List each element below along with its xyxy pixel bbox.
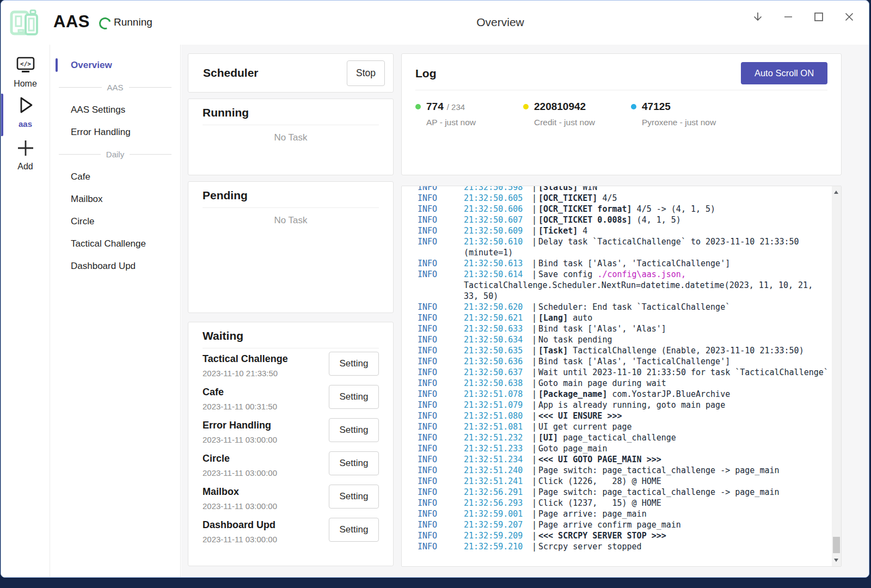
log-message: <<< UI ENSURE >>> — [538, 411, 832, 421]
log-message: Page switch: page_tactical_challenge -> … — [538, 487, 832, 498]
window-controls — [751, 10, 856, 23]
ap-stat: 774/ 234AP - just now — [415, 101, 523, 127]
log-message: Bind task ['Alas', 'TacticalChallenge'] — [538, 356, 832, 367]
sidebar-item-overview[interactable]: Overview — [50, 54, 180, 76]
log-message-segment: Scheduler: End task `TacticalChallenge` — [538, 302, 730, 312]
log-time: 21:32:59.209 — [464, 530, 532, 541]
play-icon — [15, 95, 36, 115]
sidebar-item-aas-settings[interactable]: AAS Settings — [50, 99, 180, 121]
log-separator: | — [532, 345, 538, 356]
stop-button[interactable]: Stop — [347, 60, 385, 86]
waiting-card: Waiting Tactical Challenge2023-11-10 21:… — [188, 322, 394, 566]
log-message-segment: (4, 1, 5) — [632, 215, 681, 225]
auto-scroll-button[interactable]: Auto Scroll ON — [741, 62, 827, 84]
log-message-segment: [Ticket] — [538, 226, 578, 236]
plus-icon — [15, 138, 36, 158]
scheduler-card: Scheduler Stop — [188, 53, 394, 93]
scrollbar-thumb[interactable] — [833, 537, 840, 553]
log-message: [UI] page_tactical_challenge — [538, 432, 832, 443]
setting-button[interactable]: Setting — [329, 518, 379, 542]
minimize-icon[interactable] — [782, 10, 795, 23]
log-time: 21:32:50.621 — [464, 313, 532, 323]
log-separator: | — [532, 204, 538, 215]
log-message-segment: [OCR_TICKET] — [538, 193, 597, 203]
log-time: 21:32:51.234 — [464, 454, 532, 465]
log-row: INFO21:32:56.291|Page switch: page_tacti… — [402, 487, 832, 498]
rail-item-add[interactable]: Add — [1, 138, 50, 171]
divider-line — [59, 154, 101, 155]
log-message: Page arrive confirm page_main — [538, 519, 832, 530]
log-level: INFO — [418, 378, 464, 389]
log-row: INFO21:32:51.078|[Package_name] com.Yost… — [402, 389, 832, 400]
log-row: INFO21:32:50.633|Bind task ['Alas', 'Ala… — [402, 323, 832, 334]
setting-button[interactable]: Setting — [329, 385, 379, 409]
log-time: 21:32:50.609 — [464, 225, 532, 236]
log-row: INFO21:32:56.293|Click (1237, 15) @ HOME — [402, 498, 832, 509]
log-time: 21:32:51.080 — [464, 411, 532, 421]
log-row: INFO21:32:50.620|Scheduler: End task `Ta… — [402, 302, 832, 313]
log-level: INFO — [418, 476, 464, 487]
log-time: 21:32:51.241 — [464, 476, 532, 487]
log-separator: | — [532, 519, 538, 530]
waiting-row-mailbox: Mailbox2023-11-11 03:00:00Setting — [203, 481, 379, 514]
log-message-segment: <<< SCRCPY SERVER STOP >>> — [538, 531, 666, 541]
rail-item-home[interactable]: </> Home — [1, 56, 50, 89]
log-row: INFO21:32:50.636|Bind task ['Alas', 'Tac… — [402, 356, 832, 367]
log-level: INFO — [418, 541, 464, 552]
log-time: 21:32:50.607 — [464, 215, 532, 225]
sidebar-item-dashboard-upd[interactable]: Dashboard Upd — [50, 255, 180, 277]
log-time: 21:32:50.610 — [464, 236, 532, 247]
sidebar-item-tactical-challenge[interactable]: Tactical Challenge — [50, 232, 180, 255]
log-separator: | — [532, 356, 538, 367]
rail-item-aas[interactable]: aas — [1, 95, 50, 128]
log-time: 21:32:50.634 — [464, 334, 532, 345]
log-row: INFO21:32:50.637|Wait until 2023-11-10 2… — [402, 367, 832, 378]
log-level: INFO — [418, 193, 464, 204]
scroll-up-icon[interactable] — [834, 191, 838, 194]
sidebar-item-error-handling[interactable]: Error Handling — [50, 121, 180, 143]
setting-button[interactable]: Setting — [329, 485, 379, 509]
log-time: 21:32:50.637 — [464, 367, 532, 378]
scroll-down-icon[interactable] — [834, 559, 838, 562]
close-icon[interactable] — [843, 10, 856, 23]
log-scrollbar[interactable] — [832, 186, 841, 566]
log-message-segment: Bind task ['Alas', 'TacticalChallenge'] — [538, 259, 730, 268]
stat-label: AP - just now — [426, 118, 523, 127]
log-message-segment: Scrcpy server stopped — [538, 542, 642, 552]
sidebar-item-circle[interactable]: Circle — [50, 210, 180, 232]
sidebar-item-cafe[interactable]: Cafe — [50, 166, 180, 188]
log-row: INFO21:32:50.613|Bind task ['Alas', 'Tac… — [402, 258, 832, 269]
log-row: INFO21:32:50.607|[OCR_TICKET 0.008s] (4,… — [402, 215, 832, 225]
log-card: Log Auto Scroll ON 774/ 234AP - just now… — [401, 53, 842, 175]
log-separator: | — [532, 302, 538, 313]
divider — [203, 207, 379, 208]
maximize-icon[interactable] — [812, 10, 825, 23]
log-message-segment: 4 — [578, 226, 587, 236]
log-separator: | — [532, 236, 538, 247]
log-row: INFO21:32:50.634|No task pending — [402, 334, 832, 345]
log-separator: | — [532, 541, 538, 552]
log-message-segment: TacticalChallenge (Enable, 2023-11-10 21… — [568, 346, 803, 356]
log-continuation: 33, 50) — [402, 291, 832, 302]
log-time: 21:32:50.598 — [464, 186, 532, 193]
log-row: INFO21:32:51.233|Goto page_main — [402, 443, 832, 454]
log-separator: | — [532, 476, 538, 487]
log-time: 21:32:50.606 — [464, 204, 532, 215]
waiting-row-dashboard-upd: Dashboard Upd2023-11-11 03:00:00Setting — [203, 514, 379, 548]
log-time: 21:32:56.291 — [464, 487, 532, 498]
log-time: 21:32:51.078 — [464, 389, 532, 400]
sidebar-item-mailbox[interactable]: Mailbox — [50, 188, 180, 210]
log-level: INFO — [418, 334, 464, 345]
left-rail: </> Home aas Add — [1, 45, 50, 577]
log-row: INFO21:32:50.638|Goto main page during w… — [402, 378, 832, 389]
download-icon[interactable] — [751, 10, 764, 23]
log-message: Click (1237, 15) @ HOME — [538, 498, 832, 509]
log-level: INFO — [418, 465, 464, 476]
log-separator: | — [532, 367, 538, 378]
log-separator: | — [532, 313, 538, 323]
setting-button[interactable]: Setting — [329, 418, 379, 442]
log-level: INFO — [418, 345, 464, 356]
log-separator: | — [532, 225, 538, 236]
setting-button[interactable]: Setting — [329, 451, 379, 475]
setting-button[interactable]: Setting — [329, 352, 379, 376]
